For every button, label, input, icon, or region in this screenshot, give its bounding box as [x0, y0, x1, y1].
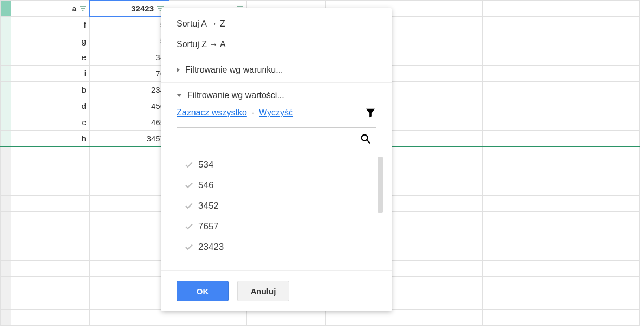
cell[interactable]: b	[11, 82, 90, 98]
row-header[interactable]	[1, 277, 11, 293]
filter-value-item[interactable]: 534	[177, 154, 383, 175]
cell[interactable]	[11, 212, 90, 228]
funnel-icon[interactable]	[365, 107, 376, 119]
cell[interactable]	[404, 49, 483, 66]
cell[interactable]: 5	[90, 17, 168, 33]
cell[interactable]	[483, 98, 561, 114]
row-header[interactable]	[1, 49, 11, 66]
cell[interactable]	[404, 33, 483, 49]
cell[interactable]	[561, 82, 640, 98]
sort-z-a[interactable]: Sortuj Z → A	[161, 34, 392, 55]
cell[interactable]	[404, 277, 483, 293]
cell[interactable]	[404, 228, 483, 244]
cell[interactable]	[561, 17, 640, 33]
cell[interactable]	[561, 196, 640, 212]
row-header[interactable]	[1, 66, 11, 82]
row-header[interactable]	[1, 261, 11, 277]
filter-value-item[interactable]: 546	[177, 175, 383, 196]
cell[interactable]	[483, 114, 561, 131]
cell[interactable]	[404, 310, 483, 326]
cell[interactable]	[90, 212, 168, 228]
cell[interactable]	[404, 131, 483, 147]
filter-by-value[interactable]: Filtrowanie wg wartości...	[161, 85, 392, 106]
cell[interactable]: 3457	[90, 131, 168, 147]
cell[interactable]	[561, 244, 640, 261]
cell[interactable]	[561, 310, 640, 326]
cell[interactable]: 76	[90, 66, 168, 82]
row-header[interactable]	[1, 212, 11, 228]
search-icon[interactable]	[360, 133, 372, 145]
cell[interactable]: 465	[90, 114, 168, 131]
row-header[interactable]	[1, 131, 11, 147]
cell[interactable]	[90, 163, 168, 179]
cell[interactable]: 34	[90, 49, 168, 66]
cell[interactable]: 234	[90, 82, 168, 98]
cell[interactable]	[11, 179, 90, 196]
cell[interactable]	[247, 310, 326, 326]
cell[interactable]	[483, 196, 561, 212]
cell[interactable]	[11, 147, 90, 163]
scrollbar-thumb[interactable]	[378, 157, 383, 213]
cell[interactable]	[561, 114, 640, 131]
cell[interactable]	[561, 277, 640, 293]
cell[interactable]	[561, 49, 640, 66]
header-cell-a[interactable]: a	[11, 1, 90, 17]
cell[interactable]	[561, 1, 640, 17]
cell[interactable]	[11, 261, 90, 277]
cell[interactable]	[90, 228, 168, 244]
filter-value-item[interactable]: 23423	[177, 237, 383, 257]
cell[interactable]	[11, 244, 90, 261]
cell[interactable]	[11, 293, 90, 310]
cell[interactable]	[483, 212, 561, 228]
cell[interactable]	[168, 310, 247, 326]
cell[interactable]	[483, 131, 561, 147]
cell[interactable]	[404, 66, 483, 82]
ok-button[interactable]: OK	[177, 281, 229, 301]
row-header[interactable]	[1, 98, 11, 114]
row-header[interactable]	[1, 82, 11, 98]
cell[interactable]	[326, 310, 404, 326]
cell[interactable]	[90, 179, 168, 196]
filter-value-item[interactable]: 3452	[177, 196, 383, 216]
cell[interactable]	[11, 196, 90, 212]
cell[interactable]	[404, 114, 483, 131]
cell[interactable]	[561, 228, 640, 244]
cancel-button[interactable]: Anuluj	[237, 281, 289, 301]
cell[interactable]	[90, 244, 168, 261]
cell[interactable]	[90, 293, 168, 310]
filter-search-input[interactable]	[177, 128, 354, 150]
cell[interactable]: g	[11, 33, 90, 49]
filter-search[interactable]	[177, 127, 376, 150]
cell[interactable]	[11, 277, 90, 293]
cell[interactable]	[90, 196, 168, 212]
clear-link[interactable]: Wyczyść	[259, 108, 293, 117]
cell[interactable]	[561, 179, 640, 196]
cell[interactable]	[90, 277, 168, 293]
cell[interactable]	[90, 261, 168, 277]
cell[interactable]: c	[11, 114, 90, 131]
cell[interactable]	[11, 310, 90, 326]
cell[interactable]	[483, 244, 561, 261]
cell[interactable]	[483, 17, 561, 33]
cell[interactable]	[561, 131, 640, 147]
cell[interactable]	[404, 179, 483, 196]
cell[interactable]	[483, 261, 561, 277]
select-all-link[interactable]: Zaznacz wszystko	[177, 108, 247, 117]
cell[interactable]	[404, 196, 483, 212]
cell[interactable]	[483, 179, 561, 196]
row-header[interactable]	[1, 163, 11, 179]
row-header[interactable]	[1, 196, 11, 212]
cell[interactable]	[11, 228, 90, 244]
cell[interactable]	[404, 147, 483, 163]
cell[interactable]	[561, 98, 640, 114]
row-header[interactable]	[1, 228, 11, 244]
cell[interactable]	[561, 66, 640, 82]
cell[interactable]	[404, 163, 483, 179]
cell[interactable]	[561, 33, 640, 49]
cell[interactable]	[404, 82, 483, 98]
cell[interactable]	[90, 310, 168, 326]
cell[interactable]	[404, 1, 483, 17]
filter-icon[interactable]	[79, 4, 87, 13]
cell[interactable]	[561, 212, 640, 228]
cell[interactable]	[404, 261, 483, 277]
